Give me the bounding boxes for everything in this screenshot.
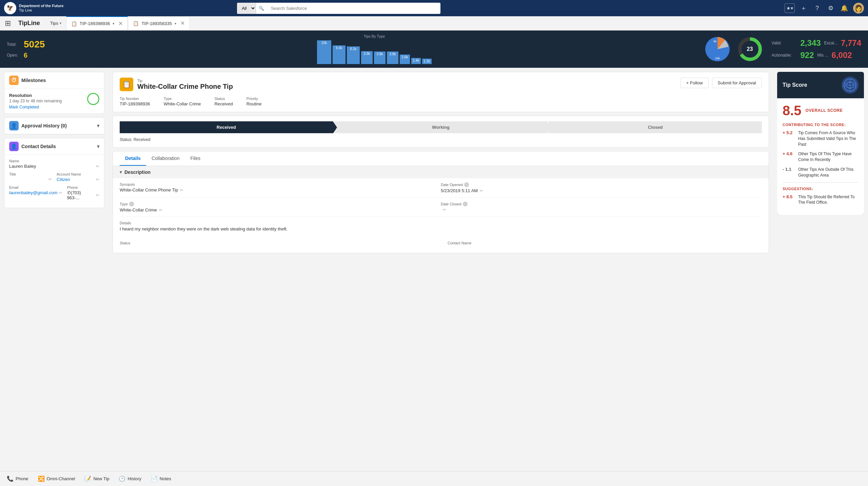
tab-tip-189398936[interactable]: 📋 TIP-189398936 ▾ ✕ xyxy=(66,16,128,30)
phone-item[interactable]: 📞 Phone xyxy=(7,475,28,482)
valid-label: Valid: xyxy=(772,41,797,45)
bar-item: 2.6k xyxy=(400,55,410,64)
bar-item: 10k xyxy=(317,40,331,64)
settings-icon[interactable]: ⚙ xyxy=(826,3,835,13)
edit-name-icon[interactable]: ✏ xyxy=(96,164,99,169)
status-step-closed[interactable]: Closed xyxy=(549,121,762,133)
status-step-received[interactable]: Received xyxy=(120,121,333,133)
score-delta-1: + 4.6 xyxy=(783,151,795,163)
tip-type-icon: 📋 xyxy=(120,78,133,91)
main-content: ⏱ Milestones Resolution 1 day 23 hr 48 m… xyxy=(0,68,868,471)
history-item[interactable]: 🕒 History xyxy=(119,475,141,482)
svg-text:34k: 34k xyxy=(715,57,720,60)
edit-date-opened-icon[interactable]: ✏ xyxy=(480,188,483,193)
tab-tip-189358335[interactable]: 📋 TIP-189358335 ▾ ✕ xyxy=(128,16,190,30)
tab-tip-icon: 📋 xyxy=(71,21,77,26)
status-bottom-field: Status xyxy=(120,237,434,250)
tip-header-card: 📋 Tip White-Collar Crime Phone Tip + Fol… xyxy=(113,72,769,112)
submit-approval-button[interactable]: Submit for Approval xyxy=(712,78,762,88)
bar-item: 1.3k xyxy=(422,59,432,64)
score-divider xyxy=(783,182,859,183)
tip-score-header: Tip Score xyxy=(777,72,864,98)
bottom-bar: 📞 Phone 🔀 Omni-Channel 📝 New Tip 🕒 Histo… xyxy=(0,471,868,486)
total-value: 5025 xyxy=(24,40,45,49)
tip-title-info: Tip White-Collar Crime Phone Tip xyxy=(137,79,233,90)
new-tip-item[interactable]: 📝 New Tip xyxy=(84,475,109,482)
donut-chart: 23 xyxy=(736,36,764,63)
bar-chart: Tips By Type 10k6.6k6.2k3.9k3.8k3.8k2.6k… xyxy=(53,34,695,64)
mls-value: 6,002 xyxy=(832,50,852,60)
dropdown-arrow-icon[interactable]: ▾ xyxy=(97,123,99,128)
contact-phone-value: ✆(703) 963-... xyxy=(67,190,95,200)
search-scope-dropdown[interactable]: All xyxy=(237,3,256,14)
contact-two-col-1: Title ✏ Account Name Citizen ✏ xyxy=(9,172,99,182)
synopsis-field: Synopsis White-Collar Crime Phone Tip ✏ xyxy=(120,178,441,198)
suggestions-label: SUGGESTIONS: xyxy=(783,187,859,191)
favorites-icon[interactable]: ★▾ xyxy=(785,3,795,13)
valid-value: 2,343 xyxy=(801,38,821,48)
notes-item[interactable]: 📄 Notes xyxy=(151,475,171,482)
nav-actions: ★▾ ＋ ? ⚙ 🔔 👩 xyxy=(785,3,864,14)
notifications-icon[interactable]: 🔔 xyxy=(840,3,849,13)
total-label: Total: xyxy=(7,42,20,47)
contact-phone-field: Phone ✆(703) 963-... ✏ xyxy=(67,185,99,200)
approval-history-header[interactable]: 👤 Approval History (0) ▾ xyxy=(4,118,104,134)
contact-title-field: Title ✏ xyxy=(9,172,52,182)
donut-value: 23 xyxy=(747,46,753,52)
chevron-down-icon-2: ▾ xyxy=(175,22,176,25)
add-icon[interactable]: ＋ xyxy=(799,3,808,13)
tab-tips[interactable]: Tips ▾ xyxy=(45,16,66,30)
follow-button[interactable]: + Follow xyxy=(680,78,709,88)
bar-item: 6.2k xyxy=(347,46,360,64)
contact-account-value[interactable]: Citizen xyxy=(57,177,95,182)
mark-completed-link[interactable]: Mark Completed xyxy=(9,105,62,109)
tab-details[interactable]: Details xyxy=(120,151,146,166)
tip-number-field: Tip Number TIP-189398936 xyxy=(120,97,150,106)
avatar[interactable]: 👩 xyxy=(853,3,864,14)
close-icon[interactable]: ✕ xyxy=(118,21,123,26)
type-field: Type i White-Collar Crime ✏ xyxy=(120,198,441,217)
contact-dropdown-arrow-icon[interactable]: ▾ xyxy=(97,144,99,149)
contact-details-card: 👤 Contact Details ▾ Name Lauren Bailey ✏ xyxy=(4,138,104,208)
milestone-resolution: Resolution 1 day 23 hr 48 min remaining … xyxy=(9,93,99,109)
edit-date-closed-icon[interactable]: ✏ xyxy=(443,207,446,212)
new-tip-icon: 📝 xyxy=(84,475,91,482)
tip-score-body: 8.5 OVERALL SCORE CONTRIBUTING TO THE SC… xyxy=(777,98,864,215)
tip-status-value: Received xyxy=(214,101,233,106)
date-closed-field: Date Closed i ✏ xyxy=(441,198,762,217)
detail-tabs-card: Details Collaboration Files ▾ Descriptio… xyxy=(113,151,769,253)
contact-details-body: Name Lauren Bailey ✏ Title ✏ xyxy=(4,155,104,208)
edit-type-icon[interactable]: ✏ xyxy=(159,208,162,212)
escalated-value: 7,774 xyxy=(841,38,861,48)
edit-title-icon[interactable]: ✏ xyxy=(48,177,52,182)
contact-name-bottom-field: Contact Name xyxy=(448,237,762,250)
contact-email-value[interactable]: laurenbailey@gmail.com xyxy=(9,190,58,195)
milestones-body: Resolution 1 day 23 hr 48 min remaining … xyxy=(4,89,104,114)
edit-phone-icon[interactable]: ✏ xyxy=(96,193,99,198)
close-icon-2[interactable]: ✕ xyxy=(180,21,185,26)
score-desc-0: Tip Comes From A Source Who Has Submitte… xyxy=(798,130,859,147)
tip-score-title: Tip Score xyxy=(783,82,807,88)
status-bar-card: Received Working Closed Status: Received xyxy=(113,116,769,148)
tab-files[interactable]: Files xyxy=(185,151,206,166)
bars-container: 10k6.6k6.2k3.9k3.8k3.8k2.6k1.4k1.3k xyxy=(317,40,432,64)
contact-details-header[interactable]: 👤 Contact Details ▾ xyxy=(4,138,104,155)
contact-email-field: Email laurenbailey@gmail.com ✏ xyxy=(9,185,62,200)
suggestion-item-0: + 8.5 This Tip Should Be Referred To The… xyxy=(783,194,859,206)
search-input[interactable] xyxy=(267,3,440,14)
edit-synopsis-icon[interactable]: ✏ xyxy=(180,188,183,193)
app-launcher-icon[interactable]: ⊞ xyxy=(0,16,16,30)
omni-channel-item[interactable]: 🔀 Omni-Channel xyxy=(38,475,75,482)
left-panel: ⏱ Milestones Resolution 1 day 23 hr 48 m… xyxy=(0,68,108,471)
description-section-header[interactable]: ▾ Description xyxy=(113,166,769,178)
pie-section: 34k 6k 23 xyxy=(704,36,764,63)
contributing-label: CONTRIBUTING TO THE SCORE: xyxy=(783,123,859,127)
edit-email-icon[interactable]: ✏ xyxy=(59,190,62,195)
tab-collaboration[interactable]: Collaboration xyxy=(146,151,185,166)
tip-number-value: TIP-189398936 xyxy=(120,101,150,106)
info-icon: i xyxy=(464,182,469,187)
edit-account-icon[interactable]: ✏ xyxy=(96,177,99,182)
chevron-down-icon: ▾ xyxy=(113,22,114,25)
status-step-working[interactable]: Working xyxy=(334,121,548,133)
help-icon[interactable]: ? xyxy=(812,3,822,13)
